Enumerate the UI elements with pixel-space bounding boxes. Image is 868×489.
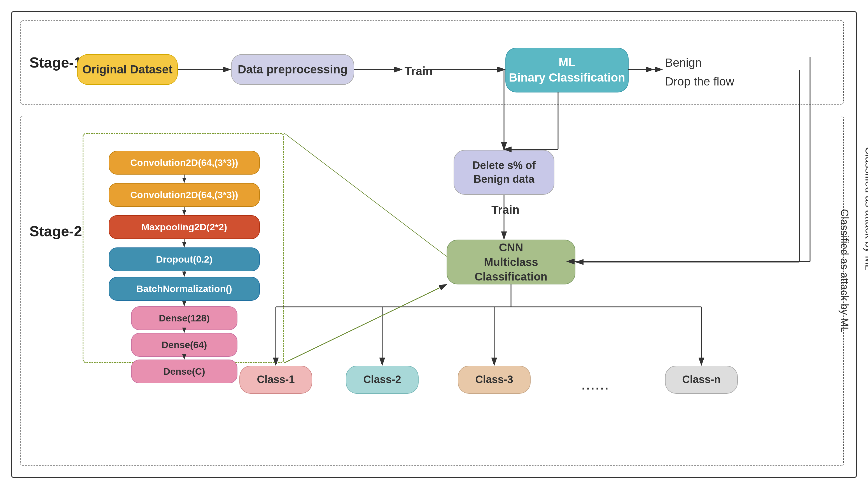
output-labels: Benign Drop the flow — [665, 53, 734, 91]
cnn-maxpool: Maxpooling2D(2*2) — [108, 215, 260, 239]
train-label-1: Train — [405, 64, 433, 78]
classified-attack-label: Classified as attack by ML — [863, 147, 868, 270]
cnn-batchnorm: BatchNormalization() — [108, 277, 260, 301]
classified-label: Classified as attack by ML — [838, 209, 850, 333]
node-ml-binary: ML Binary Classification — [505, 48, 629, 92]
stage1-box: Stage-1 Original Dataset Data preprocess… — [21, 21, 844, 105]
stage2-label: Stage-2 — [29, 223, 82, 239]
node-class2: Class-2 — [346, 366, 418, 394]
cnn-arch-box: Convolution2D(64,(3*3)) Convolution2D(64… — [83, 133, 284, 363]
cnn-dense128: Dense(128) — [131, 306, 238, 330]
node-original-dataset: Original Dataset — [77, 54, 178, 85]
train-label-2: Train — [491, 203, 519, 217]
stage2-box: Stage-2 Convolution2D(64,(3*3)) Convolut… — [21, 116, 844, 466]
main-container: Stage-1 Original Dataset Data preprocess… — [11, 11, 857, 478]
node-delete-benign: Delete s% of Benign data — [454, 150, 554, 195]
svg-line-24 — [284, 133, 446, 256]
node-class1: Class-1 — [239, 366, 312, 394]
cnn-dense64: Dense(64) — [131, 333, 238, 357]
cnn-conv1: Convolution2D(64,(3*3)) — [108, 151, 260, 175]
node-class3: Class-3 — [458, 366, 531, 394]
node-data-preprocessing: Data preprocessing — [231, 54, 354, 85]
cnn-conv2: Convolution2D(64,(3*3)) — [108, 183, 260, 207]
stage1-label: Stage-1 — [29, 54, 82, 71]
node-classn: Class-n — [665, 366, 738, 394]
class-dots: ...... — [581, 374, 609, 394]
cnn-densec: Dense(C) — [131, 359, 238, 383]
node-cnn-multiclass: CNN Multiclass Classification — [446, 239, 576, 284]
cnn-dropout: Dropout(0.2) — [108, 248, 260, 271]
svg-line-23 — [284, 284, 446, 363]
